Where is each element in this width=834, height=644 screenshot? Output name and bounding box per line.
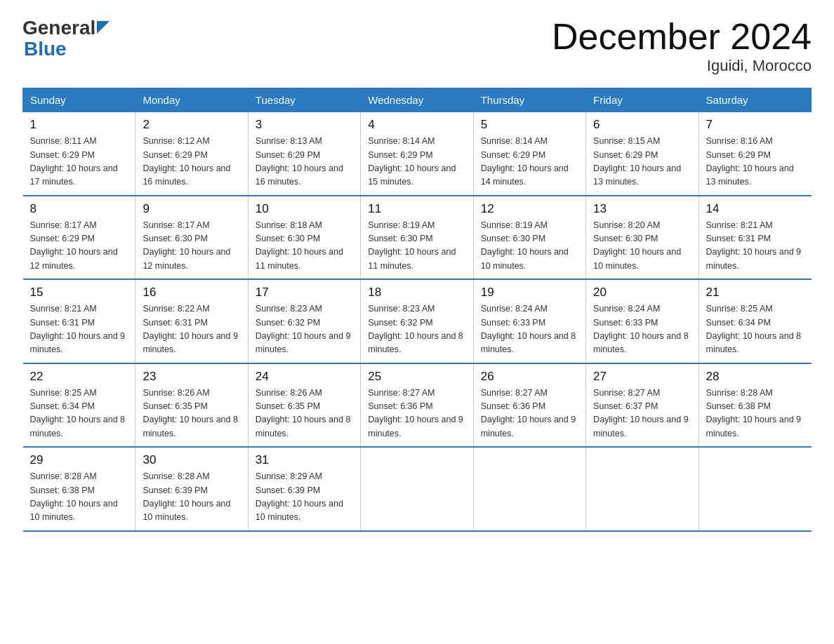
calendar-cell [586,447,699,531]
day-info: Sunrise: 8:16 AMSunset: 6:29 PMDaylight:… [706,135,805,189]
header-saturday: Saturday [699,88,811,112]
day-number: 29 [30,453,128,467]
calendar-cell: 19 Sunrise: 8:24 AMSunset: 6:33 PMDaylig… [473,279,585,363]
calendar-cell [473,447,585,531]
calendar-cell: 7 Sunrise: 8:16 AMSunset: 6:29 PMDayligh… [699,112,811,196]
day-info: Sunrise: 8:20 AMSunset: 6:30 PMDaylight:… [593,219,691,274]
day-info: Sunrise: 8:23 AMSunset: 6:32 PMDaylight:… [368,302,465,357]
calendar-cell: 16 Sunrise: 8:22 AMSunset: 6:31 PMDaylig… [135,279,248,363]
calendar-cell: 11 Sunrise: 8:19 AMSunset: 6:30 PMDaylig… [361,196,473,280]
logo-triangle-icon [97,21,110,36]
calendar-cell: 9 Sunrise: 8:17 AMSunset: 6:30 PMDayligh… [135,196,248,280]
day-info: Sunrise: 8:17 AMSunset: 6:30 PMDaylight:… [143,219,240,274]
svg-marker-0 [97,21,110,34]
day-info: Sunrise: 8:22 AMSunset: 6:31 PMDaylight:… [143,302,240,357]
calendar-header-row: SundayMondayTuesdayWednesdayThursdayFrid… [23,88,812,112]
day-info: Sunrise: 8:11 AMSunset: 6:29 PMDaylight:… [30,135,128,189]
calendar-cell: 13 Sunrise: 8:20 AMSunset: 6:30 PMDaylig… [586,196,699,280]
month-title: December 2024 [552,17,812,57]
calendar-cell: 29 Sunrise: 8:28 AMSunset: 6:38 PMDaylig… [23,447,135,531]
header-friday: Friday [586,88,699,112]
calendar-cell: 22 Sunrise: 8:25 AMSunset: 6:34 PMDaylig… [23,363,135,448]
calendar-cell: 21 Sunrise: 8:25 AMSunset: 6:34 PMDaylig… [699,279,811,363]
day-number: 10 [256,202,353,216]
header-thursday: Thursday [473,88,585,112]
day-number: 27 [593,370,691,384]
day-number: 18 [368,286,465,300]
day-info: Sunrise: 8:29 AMSunset: 6:39 PMDaylight:… [256,470,353,525]
day-info: Sunrise: 8:21 AMSunset: 6:31 PMDaylight:… [706,219,805,274]
calendar-cell: 2 Sunrise: 8:12 AMSunset: 6:29 PMDayligh… [135,112,248,196]
day-info: Sunrise: 8:13 AMSunset: 6:29 PMDaylight:… [256,135,353,189]
day-number: 21 [706,286,805,300]
calendar-cell: 15 Sunrise: 8:21 AMSunset: 6:31 PMDaylig… [23,279,135,363]
day-info: Sunrise: 8:14 AMSunset: 6:29 PMDaylight:… [481,135,578,189]
week-row-2: 8 Sunrise: 8:17 AMSunset: 6:29 PMDayligh… [23,196,812,280]
calendar-cell: 25 Sunrise: 8:27 AMSunset: 6:36 PMDaylig… [361,363,473,448]
day-info: Sunrise: 8:18 AMSunset: 6:30 PMDaylight:… [256,219,353,274]
logo-general-text: General [22,17,95,39]
day-number: 2 [143,118,240,132]
logo: General Blue [22,17,110,59]
calendar-cell: 17 Sunrise: 8:23 AMSunset: 6:32 PMDaylig… [248,279,360,363]
day-number: 26 [481,370,578,384]
week-row-3: 15 Sunrise: 8:21 AMSunset: 6:31 PMDaylig… [23,279,812,363]
title-block: December 2024 Iguidi, Morocco [552,17,812,75]
calendar-cell: 8 Sunrise: 8:17 AMSunset: 6:29 PMDayligh… [23,196,135,280]
day-info: Sunrise: 8:28 AMSunset: 6:38 PMDaylight:… [706,387,805,441]
location-title: Iguidi, Morocco [552,57,812,75]
day-number: 9 [143,202,240,216]
calendar-cell: 24 Sunrise: 8:26 AMSunset: 6:35 PMDaylig… [248,363,360,448]
header-sunday: Sunday [23,88,135,112]
day-number: 16 [143,286,240,300]
calendar-cell: 31 Sunrise: 8:29 AMSunset: 6:39 PMDaylig… [248,447,360,531]
day-info: Sunrise: 8:27 AMSunset: 6:36 PMDaylight:… [368,387,465,441]
header-tuesday: Tuesday [248,88,360,112]
day-number: 31 [256,453,353,467]
day-number: 23 [143,370,240,384]
day-info: Sunrise: 8:19 AMSunset: 6:30 PMDaylight:… [481,219,578,274]
day-number: 4 [368,118,465,132]
calendar-cell [699,447,811,531]
week-row-4: 22 Sunrise: 8:25 AMSunset: 6:34 PMDaylig… [23,363,812,448]
day-number: 13 [593,202,691,216]
calendar-table: SundayMondayTuesdayWednesdayThursdayFrid… [22,88,812,532]
calendar-cell: 6 Sunrise: 8:15 AMSunset: 6:29 PMDayligh… [586,112,699,196]
day-number: 19 [481,286,578,300]
day-info: Sunrise: 8:27 AMSunset: 6:37 PMDaylight:… [593,387,691,441]
calendar-cell: 18 Sunrise: 8:23 AMSunset: 6:32 PMDaylig… [361,279,473,363]
day-number: 8 [30,202,128,216]
day-number: 30 [143,453,240,467]
day-number: 12 [481,202,578,216]
logo-blue-text: Blue [24,39,67,59]
day-number: 5 [481,118,578,132]
day-number: 7 [706,118,805,132]
calendar-cell: 28 Sunrise: 8:28 AMSunset: 6:38 PMDaylig… [699,363,811,448]
calendar-cell: 12 Sunrise: 8:19 AMSunset: 6:30 PMDaylig… [473,196,585,280]
calendar-cell: 5 Sunrise: 8:14 AMSunset: 6:29 PMDayligh… [473,112,585,196]
day-info: Sunrise: 8:21 AMSunset: 6:31 PMDaylight:… [30,302,128,357]
day-number: 11 [368,202,465,216]
day-number: 28 [706,370,805,384]
calendar-cell: 26 Sunrise: 8:27 AMSunset: 6:36 PMDaylig… [473,363,585,448]
day-info: Sunrise: 8:28 AMSunset: 6:38 PMDaylight:… [30,470,128,525]
calendar-cell: 4 Sunrise: 8:14 AMSunset: 6:29 PMDayligh… [361,112,473,196]
day-number: 17 [256,286,353,300]
day-info: Sunrise: 8:24 AMSunset: 6:33 PMDaylight:… [593,302,691,357]
header-monday: Monday [135,88,248,112]
calendar-cell [361,447,473,531]
day-info: Sunrise: 8:17 AMSunset: 6:29 PMDaylight:… [30,219,128,274]
day-info: Sunrise: 8:25 AMSunset: 6:34 PMDaylight:… [706,302,805,357]
day-number: 3 [256,118,353,132]
day-info: Sunrise: 8:24 AMSunset: 6:33 PMDaylight:… [481,302,578,357]
day-number: 25 [368,370,465,384]
day-info: Sunrise: 8:26 AMSunset: 6:35 PMDaylight:… [256,387,353,441]
day-number: 1 [30,118,128,132]
day-info: Sunrise: 8:12 AMSunset: 6:29 PMDaylight:… [143,135,240,189]
day-info: Sunrise: 8:26 AMSunset: 6:35 PMDaylight:… [143,387,240,441]
day-info: Sunrise: 8:14 AMSunset: 6:29 PMDaylight:… [368,135,465,189]
day-info: Sunrise: 8:15 AMSunset: 6:29 PMDaylight:… [593,135,691,189]
day-number: 6 [593,118,691,132]
calendar-cell: 3 Sunrise: 8:13 AMSunset: 6:29 PMDayligh… [248,112,360,196]
day-info: Sunrise: 8:28 AMSunset: 6:39 PMDaylight:… [143,470,240,525]
